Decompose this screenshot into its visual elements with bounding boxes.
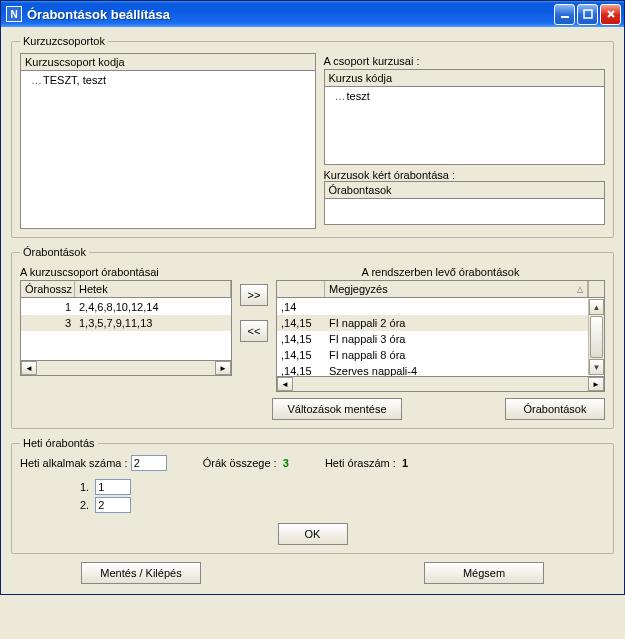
group-legend: Kurzuzcsoportok bbox=[20, 35, 108, 47]
entry2-label: 2. bbox=[80, 499, 89, 511]
kurzuscsoportok-group: Kurzuzcsoportok Kurzuscsoport kodja TESZ… bbox=[11, 35, 614, 238]
tree-item[interactable]: teszt bbox=[329, 89, 600, 103]
orabontasok-group: Órabontások A kurzuscsoport órabontásai … bbox=[11, 246, 614, 429]
close-button[interactable] bbox=[600, 4, 621, 25]
orak-osszege-value: 3 bbox=[283, 457, 289, 469]
svg-rect-0 bbox=[561, 16, 569, 18]
group-legend: Órabontások bbox=[20, 246, 89, 258]
right-v-scroll[interactable]: ▲ ▼ bbox=[588, 299, 604, 375]
save-exit-button[interactable]: Mentés / Kilépés bbox=[81, 562, 201, 584]
right-top-label: A csoport kurzusai : bbox=[324, 55, 605, 67]
table-row[interactable]: 1 2,4,6,8,10,12,14 bbox=[21, 299, 231, 315]
table-row[interactable]: ,14,15 FI nappali 8 óra bbox=[277, 347, 588, 363]
alkalmak-label: Heti alkalmak száma : bbox=[20, 457, 128, 469]
move-left-button[interactable]: << bbox=[240, 320, 268, 342]
tree-item[interactable]: TESZT, teszt bbox=[25, 73, 311, 87]
entry1-input[interactable] bbox=[95, 479, 131, 495]
minimize-button[interactable] bbox=[554, 4, 575, 25]
scroll-thumb[interactable] bbox=[590, 316, 603, 358]
scroll-left-icon[interactable]: ◄ bbox=[277, 377, 293, 391]
heti-orabontas-group: Heti órabontás Heti alkalmak száma : Órá… bbox=[11, 437, 614, 554]
group-legend: Heti órabontás bbox=[20, 437, 98, 449]
orabontasok-button[interactable]: Órabontások bbox=[505, 398, 605, 420]
left-table-body: 1 2,4,6,8,10,12,14 3 1,3,5,7,9,11,13 bbox=[20, 298, 232, 360]
titlebar[interactable]: N Órabontások beállítása bbox=[1, 1, 624, 27]
right-h-scroll[interactable]: ◄ ► bbox=[276, 376, 605, 392]
table-row[interactable]: ,14,15 FI nappali 3 óra bbox=[277, 331, 588, 347]
right-bot-label: Kurzusok kért órabontása : bbox=[324, 169, 605, 181]
left-tree[interactable]: TESZT, teszt bbox=[20, 71, 316, 229]
th-orahossz[interactable]: Órahossz bbox=[21, 281, 75, 297]
scroll-down-icon[interactable]: ▼ bbox=[589, 359, 604, 375]
right-table-header[interactable]: Megjegyzés △ bbox=[276, 280, 605, 298]
scroll-right-icon[interactable]: ► bbox=[588, 377, 604, 391]
save-changes-button[interactable]: Változások mentése bbox=[272, 398, 402, 420]
alkalmak-input[interactable] bbox=[131, 455, 167, 471]
cancel-button[interactable]: Mégsem bbox=[424, 562, 544, 584]
svg-rect-1 bbox=[584, 10, 592, 18]
heti-oraszam-label: Heti óraszám : bbox=[325, 457, 396, 469]
scroll-left-icon[interactable]: ◄ bbox=[21, 361, 37, 375]
table-row[interactable]: ,14,15 Szerves nappali-4 bbox=[277, 363, 588, 376]
th-col1[interactable] bbox=[277, 281, 325, 297]
window: N Órabontások beállítása Kurzuzcsoportok… bbox=[0, 0, 625, 595]
sort-asc-icon: △ bbox=[577, 285, 583, 294]
left-table-label: A kurzuscsoport órabontásai bbox=[20, 266, 232, 278]
table-row[interactable]: ,14,15 FI nappali 2 óra bbox=[277, 315, 588, 331]
orak-osszege-label: Órák összege : bbox=[203, 457, 277, 469]
scroll-up-icon[interactable]: ▲ bbox=[589, 299, 604, 315]
maximize-button[interactable] bbox=[577, 4, 598, 25]
th-hetek[interactable]: Hetek bbox=[75, 281, 231, 297]
left-h-scroll[interactable]: ◄ ► bbox=[20, 360, 232, 376]
heti-oraszam-value: 1 bbox=[402, 457, 408, 469]
entry2-input[interactable] bbox=[95, 497, 131, 513]
scroll-right-icon[interactable]: ► bbox=[215, 361, 231, 375]
table-row[interactable]: ,14 bbox=[277, 299, 588, 315]
right-table-label: A rendszerben levő órabontások bbox=[276, 266, 605, 278]
right-table-body: ,14 ,14,15 FI nappali 2 óra ,14,15 FI na… bbox=[276, 298, 605, 376]
right-top-header[interactable]: Kurzus kódja bbox=[324, 69, 605, 87]
left-tree-header[interactable]: Kurzuscsoport kodja bbox=[20, 53, 316, 71]
window-title: Órabontások beállítása bbox=[27, 7, 554, 22]
left-table-header[interactable]: Órahossz Hetek bbox=[20, 280, 232, 298]
th-megjegyzes[interactable]: Megjegyzés △ bbox=[325, 281, 588, 297]
ok-button[interactable]: OK bbox=[278, 523, 348, 545]
entry1-label: 1. bbox=[80, 481, 89, 493]
right-bot-tree[interactable] bbox=[324, 199, 605, 225]
table-row[interactable]: 3 1,3,5,7,9,11,13 bbox=[21, 315, 231, 331]
move-right-button[interactable]: >> bbox=[240, 284, 268, 306]
right-bot-header[interactable]: Órabontasok bbox=[324, 181, 605, 199]
right-top-tree[interactable]: teszt bbox=[324, 87, 605, 165]
app-icon: N bbox=[6, 6, 22, 22]
